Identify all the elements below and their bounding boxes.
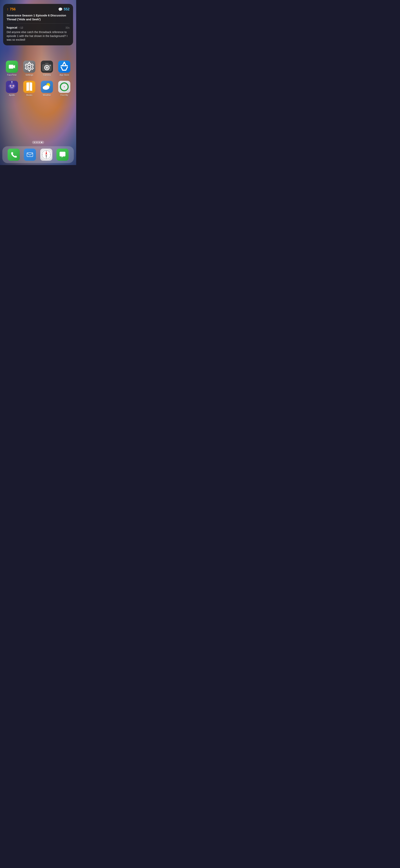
svg-rect-0	[9, 65, 13, 69]
dock	[2, 146, 74, 163]
camera-label: Camera	[43, 74, 51, 76]
svg-point-2	[28, 65, 31, 68]
mail-icon	[24, 149, 36, 161]
books-icon	[23, 81, 35, 93]
svg-point-27	[64, 86, 65, 87]
app-apollo[interactable]: Apollo	[4, 81, 20, 96]
notification-comment-upvote: ↑ 12	[19, 26, 23, 29]
notification-username: hugocat	[7, 26, 17, 29]
facetime-label: FaceTime	[7, 74, 17, 76]
svg-rect-17	[14, 85, 15, 87]
safari-icon	[40, 149, 52, 161]
app-settings[interactable]: Settings	[22, 61, 37, 76]
weather-label: Weather	[43, 94, 51, 96]
camera-icon	[41, 61, 53, 73]
appstore-icon	[58, 61, 70, 73]
svg-marker-1	[13, 65, 15, 68]
apollo-label: Apollo	[9, 94, 15, 96]
app-weather[interactable]: Weather	[39, 81, 55, 96]
phone-icon	[8, 149, 20, 161]
comment-bubble-icon: 💬	[58, 7, 63, 11]
app-findmy[interactable]: Find My	[57, 81, 72, 96]
notification-comment-header: hugocat ↑ 12 32s	[7, 26, 70, 29]
svg-rect-28	[27, 153, 33, 157]
dock-safari[interactable]	[40, 149, 52, 161]
comment-count: 552	[64, 7, 70, 11]
app-facetime[interactable]: FaceTime	[4, 61, 20, 76]
page-dots	[32, 141, 44, 144]
app-books[interactable]: Books	[22, 81, 37, 96]
upvote-arrow-icon: ↑	[7, 7, 9, 11]
settings-label: Settings	[25, 74, 33, 76]
appstore-label: App Store	[60, 74, 69, 76]
messages-icon	[57, 149, 69, 161]
app-camera[interactable]: Camera	[39, 61, 55, 76]
notification-comments: 💬 552	[58, 7, 70, 11]
page-dot-3	[39, 142, 40, 143]
notification-username-row: hugocat ↑ 12	[7, 26, 23, 29]
app-row-2: Apollo Books	[3, 81, 73, 96]
page-dot-1	[34, 142, 35, 143]
svg-point-23	[44, 85, 48, 89]
facetime-icon	[6, 61, 18, 73]
dock-mail[interactable]	[24, 149, 36, 161]
dock-phone[interactable]	[8, 149, 20, 161]
comment-upvote-arrow-icon: ↑	[19, 26, 20, 29]
svg-point-5	[45, 66, 48, 69]
notification-comment-text: Did anyone else catch the throwback refe…	[7, 30, 70, 42]
notification-upvote: ↑ 756	[7, 7, 15, 11]
app-row-1: FaceTime Settings	[3, 61, 73, 76]
page-dot-4-active	[41, 142, 42, 143]
dock-messages[interactable]	[57, 149, 69, 161]
findmy-icon	[58, 81, 70, 93]
weather-icon	[41, 81, 53, 93]
notification-timestamp: 32s	[65, 26, 70, 29]
svg-rect-16	[9, 85, 9, 87]
upvote-count: 756	[10, 7, 15, 11]
svg-point-12	[10, 86, 11, 86]
svg-point-9	[9, 83, 15, 89]
page-dot-2	[36, 142, 37, 143]
svg-point-15	[11, 81, 12, 82]
app-appstore[interactable]: App Store	[57, 61, 72, 76]
svg-point-13	[13, 86, 14, 86]
notification-card[interactable]: ↑ 756 💬 552 Severance Season 1 Episode 6…	[3, 4, 73, 45]
apollo-icon	[6, 81, 18, 93]
svg-rect-6	[49, 65, 51, 66]
books-label: Books	[26, 94, 32, 96]
notification-top-row: ↑ 756 💬 552	[7, 7, 70, 11]
notification-title: Severance Season 1 Episode 6 Discussion …	[7, 13, 70, 21]
app-grid: FaceTime Settings	[0, 61, 76, 101]
settings-icon	[23, 61, 35, 73]
findmy-label: Find My	[61, 94, 68, 96]
comment-upvote-count: 12	[20, 26, 23, 29]
